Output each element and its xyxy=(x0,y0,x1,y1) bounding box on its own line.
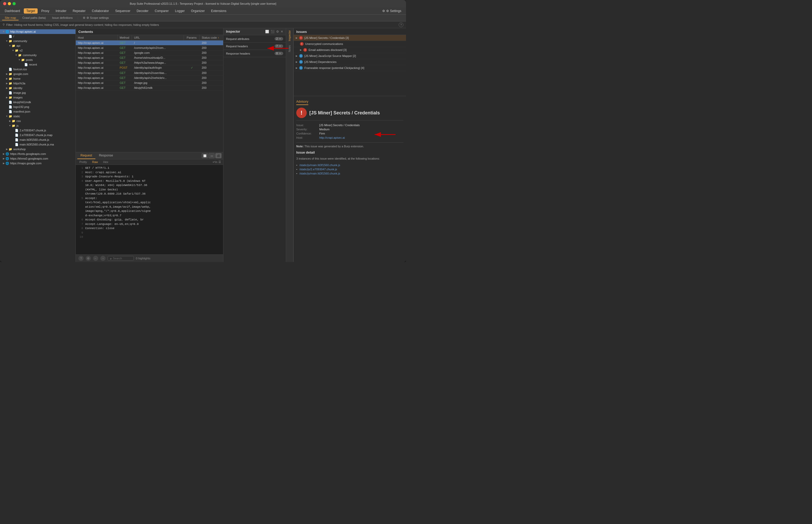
format-pretty[interactable]: Pretty xyxy=(78,160,88,164)
tree-item-https3a[interactable]: 📁 https%3a xyxy=(0,81,76,86)
help-button[interactable]: ? xyxy=(399,22,403,27)
footer-settings-button[interactable]: ⚙ xyxy=(86,256,91,261)
menu-item-intruder[interactable]: Intruder xyxy=(53,9,69,14)
footer-help-button[interactable]: ? xyxy=(78,256,84,261)
menu-item-extensions[interactable]: Extensions xyxy=(209,9,229,14)
issue-item-unencrypted[interactable]: ! Unencrypted communications xyxy=(294,41,406,47)
side-tab-inspector[interactable]: Inspector xyxy=(287,28,292,43)
format-opt-lines[interactable]: ☰ xyxy=(218,160,221,164)
inspector-vert-icon[interactable]: ⬛ xyxy=(271,30,275,33)
tree-item-chunk1[interactable]: 📄 2.e7093047.chunk.js xyxy=(0,128,76,133)
format-raw[interactable]: Raw xyxy=(91,160,99,164)
inspector-section-request-headers[interactable]: Request headers 7 ▼ xyxy=(223,43,286,50)
tree-item-community[interactable]: 📁 community xyxy=(0,39,76,43)
col-header-method[interactable]: Method xyxy=(117,35,132,40)
tree-item-main-chunk[interactable]: 📄 main.fd3f1560.chunk.js xyxy=(0,137,76,142)
tab-response[interactable]: Response xyxy=(96,152,116,159)
menu-item-organizer[interactable]: Organizer xyxy=(189,9,208,14)
table-row[interactable]: http://crapi.apisec.ai GET /google.com 2… xyxy=(76,50,223,55)
menu-item-comparer[interactable]: Comparer xyxy=(152,9,171,14)
issue-item-js-mapper[interactable]: ▶ i [JS Miner] JavaScript Source Mapper … xyxy=(294,53,406,59)
request-line-4: User-Agent: Mozilla/5.0 (Windows NT xyxy=(85,179,146,183)
view-split-vert[interactable]: ▭ xyxy=(209,153,215,158)
table-row[interactable]: http://crapi.apisec.ai POST /identity/ap… xyxy=(76,65,223,70)
tree-item-google[interactable]: 📁 google.com xyxy=(0,71,76,76)
issue-item-email[interactable]: ▶ ! Email addresses disclosed [3] xyxy=(294,47,406,53)
settings-button[interactable]: ⚙ ⚙ Settings xyxy=(379,9,404,14)
menu-item-target[interactable]: Target xyxy=(24,9,38,14)
menu-item-proxy[interactable]: Proxy xyxy=(39,9,52,14)
col-header-url[interactable]: URL xyxy=(132,35,184,40)
tree-item-logo192[interactable]: 📄 logo192.png xyxy=(0,104,76,109)
tree-item-api[interactable]: 📁 api xyxy=(0,43,76,48)
issue-item-clickjacking[interactable]: ▶ i Frameable response (potential Clickj… xyxy=(294,65,406,71)
search-box[interactable]: ⌕ Search xyxy=(108,256,134,261)
col-header-host[interactable]: Host xyxy=(76,35,117,40)
tree-item-manifest[interactable]: 📄 manifest.json xyxy=(0,109,76,114)
issue-item-js-deps[interactable]: ▶ i [JS Miner] Dependencies xyxy=(294,59,406,65)
footer-back-button[interactable]: ← xyxy=(93,256,98,261)
view-split-horiz[interactable]: ⬜ xyxy=(202,153,208,158)
inspector-split-icon[interactable]: ⬜ xyxy=(265,30,269,33)
tree-item-workshop[interactable]: 📁 workshop xyxy=(0,147,76,151)
table-row[interactable]: http://crapi.apisec.ai GET / 200 xyxy=(76,40,223,46)
side-tab-notes[interactable]: Notes xyxy=(287,43,292,54)
table-row[interactable]: http://crapi.apisec.ai GET /kkvjq%61mdk … xyxy=(76,85,223,91)
tree-item-css[interactable]: 📁 css xyxy=(0,119,76,123)
inspector-close-icon[interactable]: ✕ xyxy=(281,30,283,33)
tree-item-kkvjq[interactable]: 📄 kkvjq%61mdk xyxy=(0,100,76,104)
tree-item-fonts-google[interactable]: 🌐 https://fonts.googleapis.com xyxy=(0,151,76,156)
tab-request[interactable]: Request xyxy=(77,152,95,159)
table-row[interactable]: http://crapi.apisec.ai GET /identity/api… xyxy=(76,76,223,80)
inspector-section-response-headers[interactable]: Response headers 8 ▼ xyxy=(223,50,286,57)
tree-item-posts[interactable]: 📁 posts xyxy=(0,58,76,62)
table-row[interactable]: http://crapi.apisec.ai GET /https%3a//ww… xyxy=(76,60,223,65)
tree-item-home[interactable]: 📁 home xyxy=(0,76,76,81)
tree-item-maps-google[interactable]: 🌐 https://maps.google.com xyxy=(0,161,76,166)
tree-item-v2[interactable]: 📁 v2 xyxy=(0,48,76,53)
advisory-tab[interactable]: Advisory xyxy=(296,99,308,105)
tab-site-map[interactable]: Site map xyxy=(2,16,19,20)
tab-crawl-paths[interactable]: Crawl paths (beta) xyxy=(20,16,48,20)
footer-forward-button[interactable]: → xyxy=(100,256,105,261)
tab-issue-definitions[interactable]: Issue definitions xyxy=(49,16,75,20)
maximize-button[interactable] xyxy=(13,2,16,5)
table-row[interactable]: http://crapi.apisec.ai GET /community/ap… xyxy=(76,46,223,50)
tree-item-identity[interactable]: 📁 identity xyxy=(0,86,76,91)
tree-item-slash[interactable]: 📄 / xyxy=(0,34,76,39)
tree-item-image-jpg[interactable]: 📄 image.jpg xyxy=(0,91,76,95)
table-row[interactable]: http://crapi.apisec.ai GET /identity/api… xyxy=(76,70,223,76)
tree-item-main-chunk-map[interactable]: 📄 main.fd3f1560.chunk.js.ma xyxy=(0,142,76,147)
scope-settings-button[interactable]: ⚙ ⚙ Scope settings xyxy=(80,16,111,20)
tree-item-chunk2[interactable]: 📄 2.e7093047.chunk.js.map xyxy=(0,133,76,137)
menu-item-dashboard[interactable]: Dashboard xyxy=(2,9,23,14)
col-header-params[interactable]: Params xyxy=(184,35,200,40)
format-opt-wrap[interactable]: ↵\n xyxy=(213,160,217,164)
meta-value-host[interactable]: http://crapi.apisec.ai xyxy=(319,136,345,139)
col-header-status[interactable]: Status code xyxy=(200,35,223,40)
tree-arrow-v2 xyxy=(12,49,15,52)
format-hex[interactable]: Hex xyxy=(102,160,110,164)
tree-item-images[interactable]: 📁 images xyxy=(0,95,76,100)
tree-item-js[interactable]: 📁 js xyxy=(0,123,76,128)
menu-item-collaborator[interactable]: Collaborator xyxy=(90,9,112,14)
inspector-section-request-attributes[interactable]: Request attributes 2 ▼ xyxy=(223,35,286,43)
tree-item-static[interactable]: 📁 static xyxy=(0,114,76,119)
tree-item-khms0-google[interactable]: 🌐 https://khms0.googleapis.com xyxy=(0,156,76,161)
tree-item-recent[interactable]: 📄 recent xyxy=(0,62,76,67)
issue-item-js-miner-secrets[interactable]: ▶ ! [JS Miner] Secrets / Credentials [3] xyxy=(294,35,406,41)
table-row[interactable]: http://crapi.apisec.ai GET /home/vishnus… xyxy=(76,55,223,60)
menu-item-repeater[interactable]: Repeater xyxy=(70,9,88,14)
file-icon-manifest: 📄 xyxy=(9,110,13,114)
close-button[interactable] xyxy=(3,2,6,5)
view-single[interactable]: ⬛ xyxy=(215,153,222,158)
menu-item-logger[interactable]: Logger xyxy=(173,9,187,14)
tree-item-favicon[interactable]: 📄 favicon.ico xyxy=(0,67,76,71)
table-row[interactable]: http://crapi.apisec.ai GET /image.jpg 20… xyxy=(76,80,223,85)
menu-item-sequencer[interactable]: Sequencer xyxy=(113,9,133,14)
menu-item-decoder[interactable]: Decoder xyxy=(134,9,151,14)
minimize-button[interactable] xyxy=(8,2,11,5)
tree-item-community-nested[interactable]: 📁 community xyxy=(0,53,76,58)
tree-item-root[interactable]: 🌐 http://crapi.apisec.ai xyxy=(0,29,76,34)
inspector-settings-icon[interactable]: ⚙ xyxy=(276,30,279,33)
